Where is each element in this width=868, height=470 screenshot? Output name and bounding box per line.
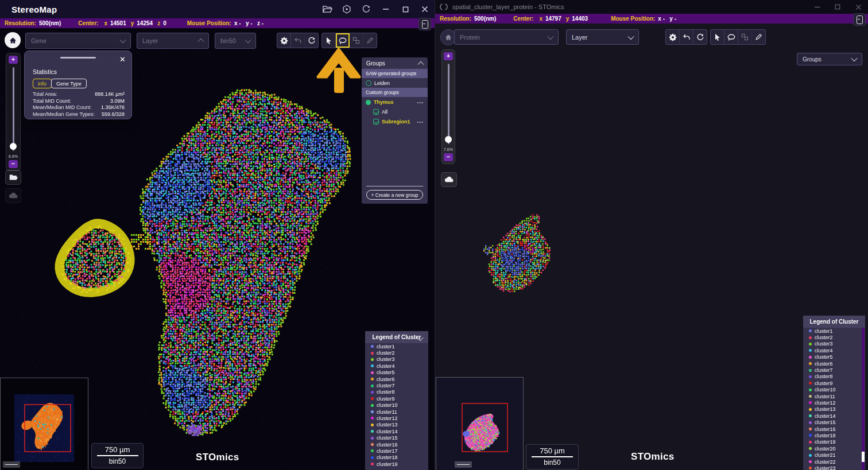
legend-scrollbar[interactable] [862, 328, 865, 470]
group-item-thymus[interactable]: Thymus ••• [362, 97, 428, 107]
legend-item[interactable]: cluster7 [803, 367, 865, 373]
minimap[interactable] [0, 378, 88, 470]
legend-item[interactable]: cluster2 [803, 334, 865, 340]
legend-item[interactable]: cluster22 [803, 459, 865, 465]
legend-item[interactable]: cluster11 [803, 393, 865, 399]
file-manager-button[interactable] [5, 170, 21, 185]
group-item-all[interactable]: All [362, 107, 428, 116]
legend-item[interactable]: cluster18 [803, 432, 865, 438]
undo-button[interactable] [680, 30, 693, 44]
legend-item[interactable]: cluster17 [365, 448, 428, 454]
legend-item[interactable]: cluster12 [803, 399, 865, 406]
legend-item[interactable]: cluster1 [803, 328, 865, 334]
tab-info[interactable]: Info [33, 79, 52, 88]
legend-item[interactable]: cluster15 [803, 419, 865, 425]
legend-item[interactable]: cluster4 [365, 363, 428, 369]
open-project-icon[interactable] [317, 0, 337, 18]
cursor-tool-button[interactable] [322, 33, 336, 48]
statistics-panel[interactable]: ✕ Statistics Info Gene Type Total Area:8… [24, 51, 132, 119]
settings-icon[interactable] [337, 0, 356, 18]
legend-item[interactable]: cluster5 [365, 370, 428, 376]
zoom-in-button[interactable]: + [444, 52, 453, 60]
legend-item[interactable]: cluster1 [365, 343, 428, 349]
close-icon[interactable] [415, 0, 435, 18]
more-options-icon[interactable]: ••• [417, 119, 424, 125]
legend-item[interactable]: cluster19 [803, 439, 865, 445]
cloud-export-button[interactable] [5, 188, 21, 203]
cursor-tool-button[interactable] [711, 30, 724, 44]
pen-tool-button[interactable] [752, 30, 765, 44]
checkbox-checked-icon[interactable] [373, 119, 379, 125]
legend-item[interactable]: cluster10 [365, 402, 428, 409]
refresh-icon[interactable] [356, 0, 376, 18]
create-group-button[interactable]: + Create a new group [366, 190, 424, 200]
group-item-subregion1[interactable]: Subregion1 ••• [362, 116, 428, 126]
legend-item[interactable]: cluster9 [803, 380, 865, 386]
chip-view-toggle-button[interactable] [853, 13, 866, 26]
reset-view-button[interactable] [305, 33, 318, 48]
legend-item[interactable]: cluster21 [803, 452, 865, 458]
legend-item[interactable]: cluster13 [365, 422, 428, 428]
zoom-slider-track[interactable] [448, 64, 450, 144]
title-bar[interactable]: StereoMap [0, 0, 435, 18]
legend-item[interactable]: cluster10 [803, 387, 865, 393]
chip-view-toggle-button[interactable] [418, 18, 431, 30]
legend-item[interactable]: cluster18 [365, 455, 428, 461]
tab-gene-type[interactable]: Gene Type [51, 79, 87, 88]
legend-item[interactable]: cluster4 [803, 347, 865, 354]
minimize-icon[interactable] [376, 0, 396, 18]
multi-select-tool-button[interactable] [738, 30, 752, 44]
zoom-in-button[interactable]: + [9, 56, 18, 64]
minimap[interactable] [436, 377, 524, 470]
bin-dropdown[interactable]: bin50 [215, 33, 256, 49]
legend-item[interactable]: cluster14 [803, 413, 865, 419]
maximize-icon[interactable] [827, 0, 848, 14]
lasso-tool-button[interactable] [336, 33, 350, 48]
legend-item[interactable]: cluster3 [803, 341, 865, 347]
legend-item[interactable]: cluster3 [365, 356, 428, 363]
minimap-canvas[interactable] [1, 378, 88, 470]
zoom-slider-thumb[interactable] [10, 143, 17, 150]
pen-tool-button[interactable] [363, 33, 377, 48]
legend-item[interactable]: cluster13 [803, 406, 865, 413]
radio-unselected-icon[interactable] [366, 80, 371, 86]
protein-dropdown[interactable]: Protein [454, 29, 559, 45]
more-options-icon[interactable]: ••• [417, 100, 424, 105]
legend-item[interactable]: cluster11 [365, 409, 428, 415]
group-item-leiden[interactable]: Leiden [362, 78, 428, 88]
legend-item[interactable]: cluster6 [803, 360, 865, 367]
undo-button[interactable] [291, 33, 305, 48]
legend-item[interactable]: cluster5 [803, 354, 865, 360]
reset-view-button[interactable] [693, 30, 707, 44]
lasso-tool-button[interactable] [724, 30, 738, 44]
layer-dropdown[interactable]: Layer [137, 33, 209, 49]
display-settings-button[interactable] [666, 30, 680, 44]
title-bar[interactable]: spatial_cluster_layer_protein - STOmics [435, 0, 868, 14]
checkbox-checked-icon[interactable] [373, 109, 379, 115]
legend-item[interactable]: cluster8 [365, 389, 428, 395]
legend-item[interactable]: cluster2 [365, 349, 428, 356]
display-settings-button[interactable] [277, 33, 291, 48]
legend-item[interactable]: cluster9 [365, 395, 428, 402]
close-icon[interactable] [848, 0, 868, 14]
home-button[interactable] [5, 32, 21, 48]
minimap-canvas[interactable] [436, 378, 523, 470]
zoom-out-button[interactable]: − [9, 160, 18, 168]
legend-item[interactable]: cluster15 [365, 434, 428, 441]
groups-dropdown[interactable]: Groups [797, 53, 862, 65]
legend-item[interactable]: cluster14 [365, 428, 428, 434]
collapse-icon[interactable] [417, 61, 424, 67]
legend-item[interactable]: cluster12 [365, 415, 428, 421]
gene-dropdown[interactable]: Gene [25, 33, 131, 49]
zoom-slider-track[interactable] [13, 67, 14, 151]
cloud-export-button[interactable] [441, 172, 457, 187]
legend-item[interactable]: cluster8 [803, 374, 865, 380]
legend-item[interactable]: cluster19 [365, 461, 428, 467]
legend-item[interactable]: cluster6 [365, 376, 428, 382]
zoom-slider-thumb[interactable] [445, 136, 452, 143]
close-icon[interactable]: ✕ [119, 56, 126, 63]
legend-item[interactable]: cluster16 [365, 441, 428, 448]
legend-item[interactable]: cluster20 [803, 445, 865, 452]
minimize-icon[interactable] [807, 0, 827, 14]
legend-item[interactable]: cluster7 [365, 382, 428, 389]
